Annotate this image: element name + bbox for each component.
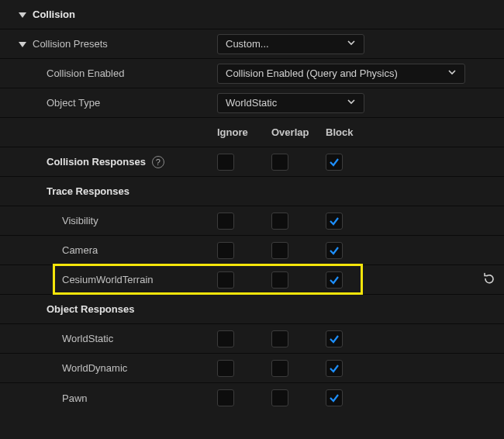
checkbox-ignore[interactable] (217, 330, 234, 347)
object-type-row: Object Type WorldStatic (0, 88, 504, 118)
object-responses-header: Object Responses (0, 295, 504, 324)
collision-section-header[interactable]: Collision (0, 0, 504, 29)
column-overlap: Overlap (271, 126, 326, 138)
checkbox-ignore[interactable] (217, 242, 234, 259)
chevron-down-icon (347, 97, 356, 109)
checkbox-overlap[interactable] (271, 360, 288, 377)
world-dynamic-label: WorldDynamic (62, 362, 127, 374)
checkbox-block[interactable] (326, 242, 343, 259)
chevron-down-icon (447, 67, 457, 79)
checkbox-ignore[interactable] (217, 213, 234, 230)
visibility-row: Visibility (0, 206, 504, 236)
checkbox-overlap[interactable] (271, 242, 288, 259)
visibility-label: Visibility (62, 215, 98, 226)
column-block: Block (326, 126, 380, 138)
collision-presets-dropdown[interactable]: Custom... (217, 34, 364, 54)
collision-enabled-label: Collision Enabled (47, 67, 124, 79)
collapse-icon[interactable] (17, 39, 28, 50)
checkbox-ignore[interactable] (217, 154, 234, 171)
object-type-dropdown[interactable]: WorldStatic (217, 93, 364, 113)
collision-presets-row: Collision Presets Custom... (0, 29, 504, 59)
checkbox-overlap[interactable] (271, 330, 288, 347)
world-static-label: WorldStatic (62, 333, 113, 344)
column-ignore: Ignore (217, 126, 271, 138)
collision-responses-label: Collision Responses (47, 156, 146, 168)
camera-row: Camera (0, 236, 504, 265)
checkbox-ignore[interactable] (217, 389, 234, 406)
checkbox-overlap[interactable] (271, 213, 288, 230)
cesium-world-terrain-row: CesiumWorldTerrain (0, 265, 504, 295)
trace-responses-label: Trace Responses (47, 185, 129, 197)
checkbox-overlap[interactable] (271, 154, 288, 171)
collapse-icon[interactable] (17, 9, 28, 20)
checkbox-overlap[interactable] (271, 389, 288, 406)
checkbox-ignore[interactable] (217, 271, 234, 289)
checkbox-block[interactable] (326, 389, 343, 406)
object-type-label: Object Type (47, 97, 100, 109)
world-dynamic-row: WorldDynamic (0, 354, 504, 383)
collision-enabled-dropdown[interactable]: Collision Enabled (Query and Physics) (217, 64, 465, 84)
object-responses-label: Object Responses (47, 303, 134, 315)
camera-label: Camera (62, 244, 98, 256)
collision-enabled-value: Collision Enabled (Query and Physics) (226, 67, 398, 79)
reset-icon[interactable] (482, 271, 496, 288)
checkbox-block[interactable] (326, 154, 343, 171)
checkbox-block[interactable] (326, 360, 343, 377)
pawn-label: Pawn (62, 392, 88, 404)
object-type-value: WorldStatic (226, 97, 277, 109)
collision-presets-label: Collision Presets (33, 38, 108, 50)
checkbox-ignore[interactable] (217, 360, 234, 377)
pawn-row: Pawn (0, 383, 504, 413)
checkbox-block[interactable] (326, 330, 343, 347)
collision-enabled-row: Collision Enabled Collision Enabled (Que… (0, 59, 504, 88)
cesium-label: CesiumWorldTerrain (62, 274, 154, 285)
checkbox-block[interactable] (326, 271, 343, 289)
response-columns-header: Ignore Overlap Block (0, 118, 504, 147)
help-icon[interactable]: ? (152, 156, 164, 168)
collision-responses-row: Collision Responses ? (0, 147, 504, 177)
trace-responses-header: Trace Responses (0, 177, 504, 206)
checkbox-overlap[interactable] (271, 271, 288, 289)
checkbox-block[interactable] (326, 213, 343, 230)
collision-title: Collision (33, 9, 75, 20)
chevron-down-icon (347, 38, 356, 50)
world-static-row: WorldStatic (0, 324, 504, 354)
collision-panel: Collision Collision Presets Custom... Co… (0, 0, 504, 439)
collision-presets-value: Custom... (226, 38, 269, 50)
